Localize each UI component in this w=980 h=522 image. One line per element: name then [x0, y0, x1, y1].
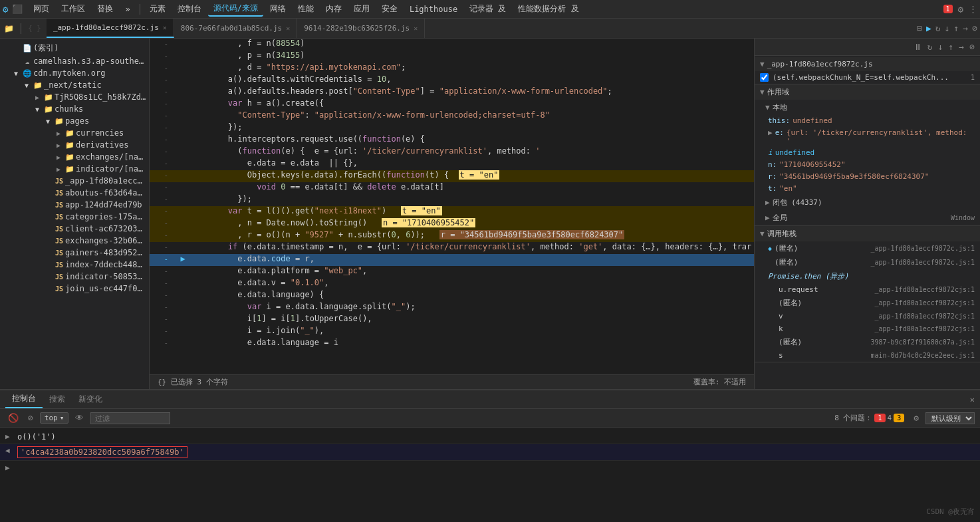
tree-item-camelhash[interactable]: ☁ camelhash.s3.ap-southeast-1. [0, 55, 149, 67]
console-filter-input[interactable] [90, 412, 170, 424]
scope-header[interactable]: ▼ 作用域 [755, 84, 980, 100]
tree-item-app2[interactable]: JS app-124dd74ed79b [0, 199, 149, 211]
tab-perfdata[interactable]: 性能数据分析 及 [513, 2, 584, 16]
cs-urequest[interactable]: u.request _app-1fd80a1eccf9872cjs:1 [755, 283, 980, 296]
rt-stepout-icon[interactable]: ↑ [947, 41, 955, 53]
js-icon-joinus: JS [53, 285, 65, 293]
tab-application[interactable]: 应用 [348, 2, 375, 16]
step-icon[interactable]: → [963, 23, 968, 33]
dock-icon[interactable]: ⬛ [12, 4, 23, 14]
tree-item-cdn[interactable]: ▼ 🌐 cdn.mytoken.org [0, 67, 149, 79]
bottom-panel-close[interactable]: ✕ [970, 395, 975, 404]
console-eye-icon[interactable]: 👁 [72, 412, 86, 424]
tree-item-app1[interactable]: JS _app-1fd80a1eccf98 [0, 175, 149, 187]
tree-item-joinus[interactable]: JS join_us-ec447f0dabc [0, 283, 149, 295]
tab-9614-file[interactable]: 9614-282e19bc63625f26.js ✕ [297, 19, 425, 38]
rt-continue-icon[interactable]: → [957, 41, 965, 53]
cs-v[interactable]: v _app-1fd80a1eccf9872cjs:1 [755, 310, 980, 323]
cs-anon2[interactable]: (匿名) _app-1fd80a1eccf9872cjs:1 [755, 296, 980, 310]
close-tab-9614[interactable]: ✕ [414, 25, 418, 32]
tree-item-pages[interactable]: ▼ 📁 pages [0, 115, 149, 127]
scope-e-expand[interactable]: ▶ [768, 128, 773, 137]
rt-deactivate-icon[interactable]: ⊘ [968, 41, 976, 53]
tree-item-aboutus[interactable]: JS aboutus-f63d64a32c [0, 187, 149, 199]
tree-item-label-index2: index-7ddecb448cdl [65, 260, 146, 269]
deactivate-icon[interactable]: ⊘ [972, 23, 977, 33]
more-icon[interactable]: ⋮ [969, 4, 977, 14]
menu-more[interactable]: » [120, 3, 135, 15]
tree-item-index2[interactable]: JS index-7ddecb448cdl [0, 259, 149, 271]
tree-item-currencies[interactable]: ▶ 📁 currencies [0, 127, 149, 139]
tab-sources[interactable]: 源代码/来源 [208, 1, 263, 17]
breakpoints-header[interactable]: ▼ _app-1fd80a1eccf9872c.js [755, 57, 980, 71]
tree-item-exchanges[interactable]: ▶ 📁 exchanges/[name] [0, 151, 149, 163]
cs-active-arrow-1: ◆ [768, 245, 772, 252]
settings-icon[interactable]: ⚙ [958, 4, 963, 15]
rt-pause-icon[interactable]: ⏸ [912, 41, 923, 53]
code-content[interactable]: - , f = n(88554) - , p = n(34155) - , d … [150, 39, 754, 374]
line-code-20: e.data.platform = "web_pc", [189, 266, 754, 275]
cs-k[interactable]: k _app-1fd80a1eccf9872cjs:1 [755, 323, 980, 335]
console-input[interactable] [14, 463, 975, 472]
cs-item-2[interactable]: ◆ (匿名) _app-1fd80a1eccf9872c.js:1 [755, 255, 980, 269]
callstack-header[interactable]: ▼ 调用堆栈 [755, 226, 980, 241]
tab-recorder[interactable]: 记录器 及 [464, 2, 511, 16]
arrow-chunks: ▼ [32, 106, 43, 113]
tab-console[interactable]: 控制台 [172, 2, 207, 16]
cs-item-1[interactable]: ◆ (匿名) _app-1fd80a1eccf9872c.js:1 [755, 241, 980, 255]
console-settings-icon[interactable]: ⚙ [911, 412, 921, 424]
local-header[interactable]: ▼ 本地 [755, 100, 980, 115]
global-header[interactable]: ▶ 全局 Window [755, 210, 980, 225]
tree-item-categories[interactable]: JS categories-175affa3 [0, 211, 149, 223]
folder-tree-icon[interactable]: 📁 [3, 23, 15, 35]
scope-r: r: "34561bd9469f5ba9e3f580ecf6824307" [755, 171, 980, 183]
tree-item-indicator2[interactable]: JS indicator-50853919f [0, 271, 149, 283]
error-badge: 1 [943, 5, 953, 13]
bottom-tab-search[interactable]: 搜索 [43, 391, 72, 408]
breakpoint-item[interactable]: (self.webpackChunk_N_E=self.webpackCh...… [755, 71, 980, 84]
bottom-tab-changes[interactable]: 新变化 [72, 391, 109, 408]
tree-item-tjr[interactable]: ▶ 📁 TjR5Q8s1LC_h58k7Zdyre [0, 91, 149, 103]
step-into-icon[interactable]: ↓ [945, 23, 950, 33]
tab-lighthouse[interactable]: Lighthouse [404, 3, 463, 15]
tree-item-nextstatic[interactable]: ▼ 📁 _next/static [0, 79, 149, 91]
tree-item-exchanges2[interactable]: JS exchanges-32b063d [0, 235, 149, 247]
rt-stepover-icon[interactable]: ↻ [926, 41, 934, 53]
menu-webpage[interactable]: 网页 [28, 2, 55, 16]
cs-s[interactable]: s main-0d7b4c0c29ce2eec.js:1 [755, 349, 980, 362]
breakpoint-checkbox[interactable] [760, 73, 769, 82]
close-tab-app[interactable]: ✕ [163, 24, 167, 31]
console-clear-icon[interactable]: 🚫 [5, 412, 21, 424]
tree-item-client[interactable]: JS client-ac673203fe57 [0, 223, 149, 235]
tab-elements[interactable]: 元素 [144, 2, 171, 16]
cs-anon3[interactable]: (匿名) 3987-b9c8f2f91680c07a.js:1 [755, 335, 980, 349]
resume-icon[interactable]: ▶ [926, 23, 931, 33]
menu-replace[interactable]: 替换 [92, 2, 118, 16]
tree-item-index[interactable]: 📄 (索引) [0, 41, 149, 55]
closure-header[interactable]: ▶ 闭包 (44337) [755, 195, 980, 210]
line-code-13: void 0 == e.data[t] && delete e.data[t] [189, 182, 754, 192]
tree-item-chunks[interactable]: ▼ 📁 chunks [0, 103, 149, 115]
menu-workspace[interactable]: 工作区 [56, 2, 90, 16]
tab-network[interactable]: 网络 [265, 2, 291, 16]
tab-security[interactable]: 安全 [376, 2, 403, 16]
console-level-selector[interactable]: 默认级别 [925, 412, 975, 424]
step-out-icon[interactable]: ↑ [954, 23, 959, 33]
split-icon[interactable]: ⊟ [917, 23, 922, 33]
rt-stepinto-icon[interactable]: ↓ [937, 41, 945, 53]
console-filter-icon[interactable]: ⊘ [25, 412, 36, 424]
folder-icon-currencies: 📁 [64, 129, 76, 138]
tab-performance[interactable]: 性能 [293, 2, 319, 16]
tab-memory[interactable]: 内存 [320, 2, 347, 16]
tree-item-indicator[interactable]: ▶ 📁 indicator/[name] [0, 163, 149, 175]
top-selector[interactable]: top ▾ [40, 412, 69, 424]
console-content[interactable]: ▶ o()('1') ◀ 'c4ca4238a0b923820dcc509a6f… [0, 428, 980, 522]
bottom-tab-console[interactable]: 控制台 [5, 390, 43, 408]
step-over-icon[interactable]: ↻ [935, 23, 941, 33]
tab-app-file[interactable]: _app-1fd80a1eccf9872c.js ✕ [47, 19, 174, 38]
tab-806-file[interactable]: 806-7e66fab0d1ab85cd.js ✕ [174, 19, 297, 38]
tree-item-derivatives[interactable]: ▶ 📁 derivatives [0, 139, 149, 151]
close-tab-806[interactable]: ✕ [286, 25, 290, 32]
line-num-2: - [150, 51, 176, 60]
tree-item-gainers[interactable]: JS gainers-483d95257a [0, 247, 149, 259]
